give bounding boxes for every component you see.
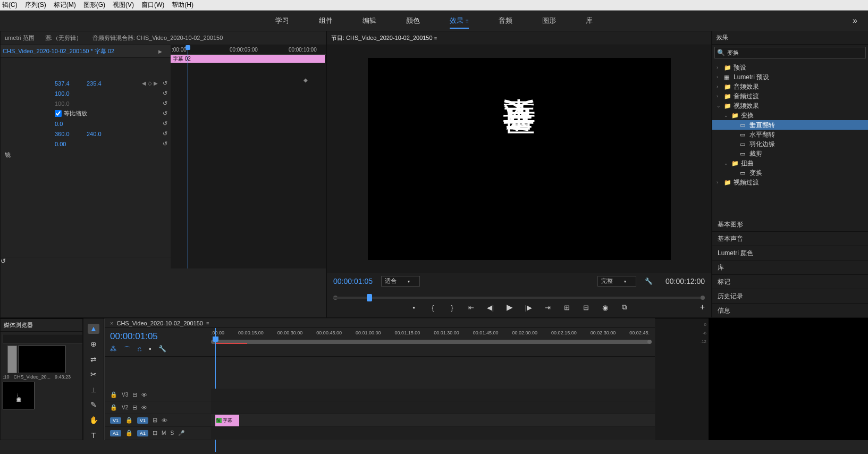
go-to-out-button[interactable]: ⇥ (544, 304, 552, 312)
reset-icon[interactable]: ↺ (163, 140, 167, 147)
menu-sequence[interactable]: 序列(S) (25, 1, 46, 10)
eye-icon[interactable]: 👁 (141, 392, 147, 398)
track-select-tool[interactable]: ⊕ (88, 339, 99, 349)
reset-icon[interactable]: ↺ (1, 257, 6, 265)
mark-out-button[interactable]: } (448, 304, 457, 312)
fx-tree-item[interactable]: ▭裁剪 (712, 149, 868, 158)
hand-tool[interactable]: ✋ (88, 415, 99, 425)
reset-icon[interactable]: ↺ (163, 80, 167, 87)
workspace-overflow[interactable]: » (853, 16, 857, 26)
slip-tool[interactable]: ⟂ (88, 385, 99, 395)
snap-toggle[interactable]: ⁂ (110, 345, 116, 354)
step-back-button[interactable]: ◀| (486, 304, 495, 312)
uniform-scale-checkbox[interactable] (55, 110, 62, 117)
source-target-v1[interactable]: V1 (110, 417, 121, 424)
eye-icon[interactable]: 👁 (141, 405, 147, 411)
effects-search[interactable]: 🔍 (714, 47, 866, 58)
tab-audio-mixer[interactable]: 音频剪辑混合器: CHS_Video_2020-10-02_200150 (92, 34, 223, 42)
prop-anchor[interactable]: 360.0 240.0 ↺ (1, 129, 171, 139)
workspace-libraries[interactable]: 库 (584, 12, 595, 30)
effects-search-input[interactable] (727, 49, 863, 56)
reset-icon[interactable]: ↺ (163, 120, 167, 127)
timeline-clip[interactable]: fx字幕 (215, 415, 239, 426)
ec-playhead-toggle[interactable]: ▶ (158, 49, 162, 54)
sync-icon[interactable]: ⊟ (153, 417, 157, 424)
lock-icon[interactable]: 🔒 (125, 417, 133, 424)
lock-icon[interactable]: 🔒 (125, 430, 133, 436)
fx-tree-item[interactable]: ▭垂直翻转 (712, 120, 868, 130)
prop-antiflicker[interactable]: 0.00 ↺ (1, 139, 171, 149)
eye-icon[interactable]: 👁 (162, 417, 167, 424)
program-monitor-view[interactable]: 章文厚垂 (327, 45, 711, 273)
program-timecode[interactable]: 00:00:01:05 (333, 277, 373, 285)
effect-row[interactable]: 镜 (1, 149, 171, 161)
workspace-effects[interactable]: 效果≡ (448, 12, 471, 30)
timeline-ruler[interactable]: :00:0000:00:15:0000:00:30:0000:00:45:000… (211, 328, 655, 356)
workspace-assembly[interactable]: 组件 (317, 12, 335, 30)
workspace-audio[interactable]: 音频 (496, 12, 515, 30)
effect-controls-sequence[interactable]: CHS_Video_2020-10-02_200150 * 字幕 02 (3, 47, 114, 55)
fx-tree-item[interactable]: ⌄📁视频效果 (712, 101, 868, 111)
razor-tool[interactable]: ✂ (88, 369, 99, 380)
extract-button[interactable]: ⊟ (582, 304, 591, 312)
menu-help[interactable]: 帮助(H) (172, 1, 193, 10)
track-v3[interactable]: 🔒V3⊟👁 (105, 389, 655, 401)
mini-playhead[interactable] (188, 45, 188, 268)
resolution-select[interactable]: 完整 ▾ (597, 276, 636, 287)
workspace-learn[interactable]: 学习 (273, 12, 291, 30)
effects-panel-tab[interactable]: 效果 (717, 33, 728, 41)
fx-tree-item[interactable]: ›📁音频过渡 (712, 91, 868, 101)
sync-icon[interactable]: ⊟ (132, 391, 137, 398)
prop-uniform-scale[interactable]: 等比缩放 ↺ (1, 108, 171, 119)
menu-window[interactable]: 窗口(W) (141, 1, 164, 10)
workspace-color[interactable]: 颜色 (404, 12, 422, 30)
fx-tree-item[interactable]: ▭水平翻转 (712, 130, 868, 139)
workspace-editing[interactable]: 编辑 (360, 12, 378, 30)
markers-tab[interactable]: 标记 (712, 275, 868, 289)
comparison-view-button[interactable]: ⧉ (620, 303, 629, 312)
export-frame-button[interactable]: ◉ (601, 304, 610, 312)
program-tab[interactable]: 节目: CHS_Video_2020-10-02_200150 ≡ (331, 34, 437, 42)
reset-icon[interactable]: ↺ (163, 130, 167, 137)
fx-tree-item[interactable]: ▭变换 (712, 168, 868, 178)
tl-wrench-icon[interactable]: 🔧 (158, 345, 166, 354)
keyframe-diamond-icon[interactable]: ◆ (304, 77, 308, 83)
sync-icon[interactable]: ⊟ (153, 430, 157, 436)
fx-tree-item[interactable]: ▭羽化边缘 (712, 139, 868, 149)
program-scrubber[interactable] (333, 289, 705, 300)
tl-marker-icon[interactable]: ▪ (149, 345, 151, 354)
fx-tree-item[interactable]: ›▦Lumetri 预设 (712, 72, 868, 82)
voiceover-button[interactable]: 🎤 (178, 430, 184, 436)
fx-tree-item[interactable]: ⌄📁变换 (712, 111, 868, 120)
zoom-fit-select[interactable]: 适合 ▾ (381, 276, 420, 287)
prop-rotation[interactable]: 0.0 ↺ (1, 119, 171, 129)
menu-view[interactable]: 视图(V) (113, 1, 134, 10)
lock-icon[interactable]: 🔒 (110, 404, 117, 411)
essential-graphics-tab[interactable]: 基本图形 (712, 217, 868, 232)
timeline-timecode[interactable]: 00:00:01:05 (110, 331, 206, 342)
play-button[interactable]: ▶ (505, 302, 514, 312)
essential-sound-tab[interactable]: 基本声音 (712, 232, 868, 246)
media-browser-tab[interactable]: 媒体浏览器 (4, 321, 33, 329)
timeline-title[interactable]: CHS_Video_2020-10-02_200150 (116, 320, 203, 326)
menu-graphics[interactable]: 图形(G) (83, 1, 105, 10)
reset-icon[interactable]: ↺ (163, 100, 167, 107)
fx-tree-item[interactable]: ›📁音频效果 (712, 82, 868, 91)
mute-button[interactable]: M (162, 430, 166, 436)
type-tool[interactable]: T (88, 430, 99, 440)
button-editor[interactable]: + (700, 302, 705, 312)
info-tab[interactable]: 信息 (712, 304, 868, 318)
mark-in-button[interactable]: { (429, 304, 437, 312)
selection-tool[interactable]: ▲ (88, 324, 99, 334)
ripple-edit-tool[interactable]: ⇄ (88, 354, 99, 364)
prop-scale[interactable]: 100.0 ↺ (1, 88, 171, 98)
workspace-graphics[interactable]: 图形 (540, 12, 558, 30)
track-a1[interactable]: A1🔒A1⊟MS🎤 (105, 427, 655, 440)
pen-tool[interactable]: ✎ (88, 400, 99, 410)
prop-position[interactable]: ◀ ◇ ▶ 537.4 235.4 ↺ (1, 78, 171, 88)
tab-lumetri-scope[interactable]: umetri 范围 (5, 34, 35, 42)
menu-marker[interactable]: 标记(M) (54, 1, 76, 10)
linked-selection-toggle[interactable]: ⌒ (124, 345, 130, 354)
reset-icon[interactable]: ↺ (163, 90, 167, 97)
fx-tree-item[interactable]: ⌄📁扭曲 (712, 158, 868, 168)
